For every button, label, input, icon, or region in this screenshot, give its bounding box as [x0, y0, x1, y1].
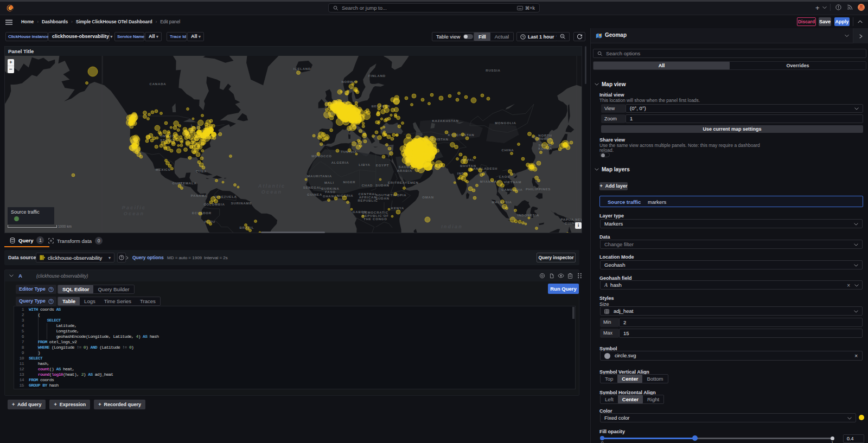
svg-text:MOROCCO: MOROCCO: [311, 155, 332, 158]
svg-text:INDONESIA: INDONESIA: [518, 214, 540, 217]
svg-text:GUINEA: GUINEA: [307, 193, 322, 196]
svg-text:Pacific: Pacific: [122, 205, 146, 210]
svg-text:CHAD: CHAD: [362, 184, 373, 187]
svg-text:YEMEN: YEMEN: [405, 181, 418, 184]
svg-text:SUDAN: SUDAN: [375, 184, 389, 187]
svg-text:MEXICO: MEXICO: [156, 168, 171, 171]
svg-text:ARABIA: ARABIA: [397, 169, 412, 172]
svg-text:MAURITANIA: MAURITANIA: [307, 175, 332, 178]
svg-text:CANADA: CANADA: [150, 82, 167, 86]
svg-text:CUBA: CUBA: [196, 170, 207, 173]
svg-text:NIGER: NIGER: [343, 181, 355, 184]
svg-text:GUATEMALA: GUATEMALA: [172, 182, 196, 185]
svg-text:RUSSIA: RUSSIA: [486, 69, 500, 72]
svg-text:Atlantic: Atlantic: [258, 183, 286, 189]
svg-text:FASO: FASO: [325, 190, 336, 194]
svg-text:Ocean: Ocean: [124, 211, 145, 216]
svg-text:KENYA: KENYA: [391, 207, 404, 210]
svg-text:ALGERIA: ALGERIA: [331, 161, 349, 164]
svg-text:Indian: Indian: [441, 224, 463, 229]
svg-text:VIETNAM: VIETNAM: [504, 181, 522, 184]
svg-text:SENEGAL: SENEGAL: [303, 186, 322, 189]
svg-text:SURINAME: SURINAME: [231, 202, 252, 205]
svg-text:COLOMBIA: COLOMBIA: [203, 203, 225, 206]
svg-text:ICELAND: ICELAND: [293, 67, 311, 70]
svg-text:MONGOLIA: MONGOLIA: [495, 121, 516, 125]
svg-text:LAOS: LAOS: [499, 175, 510, 178]
svg-text:OMAN: OMAN: [422, 196, 434, 199]
svg-text:FINLAND: FINLAND: [368, 74, 386, 78]
svg-text:REPUBLIC: REPUBLIC: [358, 199, 378, 202]
svg-text:PAPUA NEW: PAPUA NEW: [560, 218, 582, 221]
svg-text:CAMBODIA: CAMBODIA: [501, 188, 522, 191]
svg-text:Ocean: Ocean: [261, 189, 283, 195]
svg-text:EGYPT: EGYPT: [376, 164, 389, 167]
svg-text:KAZAKHSTAN: KAZAKHSTAN: [432, 119, 458, 123]
svg-text:ERITREA: ERITREA: [388, 181, 405, 184]
svg-text:MALI: MALI: [324, 181, 334, 184]
svg-text:GABON: GABON: [353, 210, 367, 214]
svg-text:BHUTAN: BHUTAN: [460, 164, 476, 168]
svg-text:PHILIPPINES: PHILIPPINES: [526, 188, 551, 191]
svg-text:LIBYA: LIBYA: [359, 163, 370, 166]
svg-text:PANAMA: PANAMA: [191, 194, 208, 197]
svg-text:THE CONGO: THE CONGO: [363, 217, 387, 221]
svg-text:CHINA: CHINA: [502, 149, 514, 152]
